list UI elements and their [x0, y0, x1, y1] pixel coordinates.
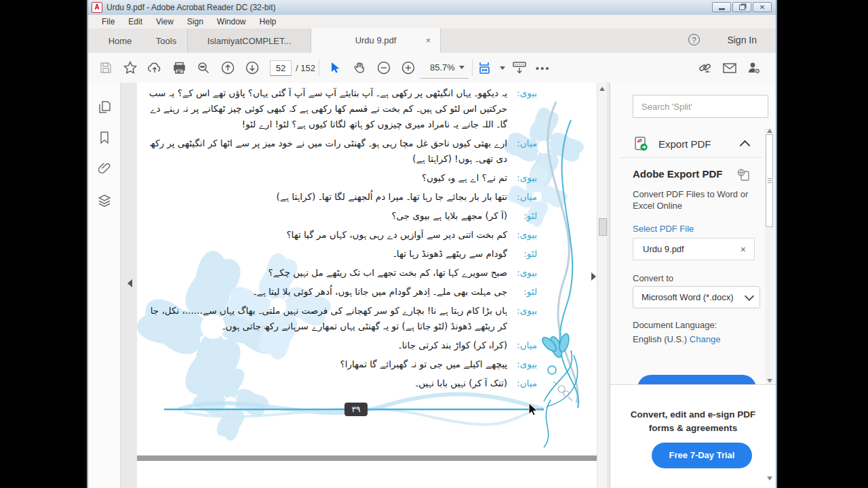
adobe-export-pdf-title: Adobe Export PDF	[633, 168, 723, 180]
adobe-export-subtitle: Convert PDF Files to Word or Excel Onlin…	[633, 188, 762, 211]
speaker-label: میاں:	[507, 189, 537, 205]
toolbar-overflow-icon[interactable]: •••	[532, 62, 555, 74]
panel-scroll-bottom-icon[interactable]	[767, 476, 772, 481]
restore-button[interactable]	[732, 2, 751, 12]
document-language-value: English (U.S.)	[633, 334, 687, 344]
toolbar-collapse-icon[interactable]	[507, 57, 532, 79]
next-page-icon[interactable]	[240, 57, 264, 79]
convert-format-dropdown[interactable]: Microsoft Word (*.docx)	[633, 286, 760, 308]
fit-width-icon[interactable]	[476, 57, 507, 79]
zoom-level-value: 85.7%	[430, 62, 455, 73]
page-number-input[interactable]	[270, 60, 292, 76]
help-icon[interactable]: ?	[688, 34, 700, 45]
free-trial-button[interactable]: Free 7-Day Trial	[652, 443, 752, 468]
share-cloud-icon[interactable]	[142, 57, 167, 79]
add-user-icon[interactable]	[742, 57, 766, 79]
layers-icon[interactable]	[97, 193, 112, 208]
email-icon[interactable]	[717, 57, 742, 79]
bookmarks-icon[interactable]	[97, 130, 112, 145]
menu-view[interactable]: View	[149, 16, 180, 28]
tab-bar: Home Tools IslamiyatCOMPLET... Urdu 9.pd…	[88, 28, 776, 54]
menu-window[interactable]: Window	[210, 16, 253, 28]
zoom-level-dropdown[interactable]: 85.7%	[420, 58, 469, 79]
tab-home[interactable]: Home	[99, 28, 141, 53]
dialogue-row: میاں:(تنک آ کر) نہیں بابا نہیں۔	[146, 375, 537, 391]
page-thumbnails-icon[interactable]	[97, 100, 112, 115]
export-pdf-header[interactable]: Export PDF	[633, 131, 749, 157]
dialogue-text: (تنک آ کر) نہیں بابا نہیں۔	[146, 375, 507, 391]
document-scrollbar[interactable]	[597, 83, 607, 488]
change-language-link[interactable]: Change	[690, 334, 721, 344]
zoom-in-icon[interactable]	[396, 57, 420, 79]
tab-close-icon[interactable]: ×	[426, 36, 431, 45]
content-area: بیوی:یہ دیکھو۔ یہاں انگیٹھی پر رکھی ہے۔ …	[88, 83, 776, 488]
dialogue-text: پیچھے اکیلے میں جی تو نہ گھبرائے گا تمھا…	[146, 357, 507, 372]
speaker-label: بیوی:	[507, 303, 537, 334]
export-service-icon	[736, 168, 751, 182]
next-page-arrow-icon[interactable]	[591, 272, 596, 281]
menu-sign[interactable]: Sign	[180, 16, 210, 28]
search-input[interactable]	[633, 95, 768, 118]
chevron-up-icon[interactable]	[740, 140, 751, 150]
save-icon[interactable]	[94, 57, 118, 79]
panel-scroll-up-icon[interactable]	[767, 129, 772, 133]
dialogue-text: صبح سویرے کہا تھا، کم بخت تجھے اب تک ریٹ…	[146, 265, 507, 281]
title-bar: A Urdu 9.pdf - Adobe Acrobat Reader DC (…	[88, 0, 776, 16]
menu-file[interactable]: File	[95, 16, 121, 28]
chevron-down-icon	[459, 66, 465, 69]
dialogue-row: لٹو:جی مہلت بھی ملے۔ اِدھر گودام میں جات…	[146, 284, 537, 300]
previous-page-icon[interactable]	[216, 57, 240, 79]
minimize-button[interactable]	[712, 2, 731, 12]
convert-to-label: Convert to	[633, 273, 673, 283]
menu-edit[interactable]: Edit	[121, 16, 149, 28]
menu-help[interactable]: Help	[253, 16, 283, 28]
tab-document-islamiyat[interactable]: IslamiyatCOMPLET...	[187, 28, 311, 53]
dialogue-text: ارے بھئی کیوں ناحق غل مچا رہی ہو۔ گھنٹی …	[146, 136, 507, 167]
panel-divider	[620, 157, 762, 158]
promo-text: Convert, edit and e-sign PDF forms & agr…	[610, 408, 776, 435]
panel-scroll-thumb[interactable]	[766, 134, 773, 227]
attachments-icon[interactable]	[97, 161, 112, 176]
close-button[interactable]: ✕	[753, 2, 772, 12]
previous-page-arrow-icon[interactable]	[127, 279, 132, 287]
dialogue-text: تم نے؟ اے ہے وہ کیوں؟	[146, 170, 507, 186]
sign-in-button[interactable]: Sign In	[727, 35, 757, 45]
speaker-label: لٹو:	[507, 208, 537, 224]
select-pdf-file-link[interactable]: Select PDF File	[633, 224, 694, 234]
remove-file-icon[interactable]: ×	[741, 244, 746, 255]
pdf-page: بیوی:یہ دیکھو۔ یہاں انگیٹھی پر رکھی ہے۔ …	[137, 83, 601, 455]
dialogue-row: بیوی:یہ دیکھو۔ یہاں انگیٹھی پر رکھی ہے۔ …	[146, 85, 537, 132]
print-icon[interactable]	[167, 57, 191, 79]
tab-tools[interactable]: Tools	[145, 28, 187, 53]
select-tool-icon[interactable]	[323, 57, 347, 79]
adobe-acrobat-icon: A	[92, 2, 102, 13]
scroll-up-icon[interactable]	[599, 87, 605, 91]
selected-file-box: Urdu 9.pdf ×	[633, 238, 755, 260]
dialogue-text: نتھا بار بار بجائے جا رہا تھا۔ میرا دم ا…	[146, 189, 507, 205]
dialogue-row: بیوی:ہاں بڑا کام رہتا ہے نا! بچارے کو سر…	[146, 303, 537, 334]
document-scroll-thumb[interactable]	[599, 218, 607, 236]
page-separator	[137, 455, 601, 461]
search-icon[interactable]	[191, 57, 216, 79]
star-icon[interactable]	[118, 57, 142, 79]
export-pdf-label: Export PDF	[658, 138, 711, 150]
dialogue-text: ہاں بڑا کام رہتا ہے نا! بچارے کو سر کھجا…	[146, 303, 507, 334]
tab-document-urdu[interactable]: Urdu 9.pdf ×	[311, 28, 441, 53]
hand-tool-icon[interactable]	[347, 57, 372, 79]
share-link-icon[interactable]	[693, 57, 717, 79]
speaker-label: میاں:	[507, 375, 537, 391]
dialogue-row: میاں:نتھا بار بار بجائے جا رہا تھا۔ میرا…	[146, 189, 537, 205]
dialogue-row: میاں:ارے بھئی کیوں ناحق غل مچا رہی ہو۔ گ…	[146, 136, 537, 167]
document-viewport[interactable]: بیوی:یہ دیکھو۔ یہاں انگیٹھی پر رکھی ہے۔ …	[121, 83, 610, 488]
dialogue-row: لٹو:گودام سے ریٹھے ڈھونڈ رہا تھا۔	[146, 246, 537, 262]
promo-panel: Convert, edit and e-sign PDF forms & agr…	[610, 384, 776, 488]
dialogue-text: (آ کر) مجھے بلایا ہے بیوی جی؟	[146, 208, 507, 224]
menu-bar: File Edit View Sign Window Help	[88, 15, 776, 29]
panel-scroll-down-icon[interactable]	[767, 379, 772, 383]
dialogue-row: بیوی:کم بخت اتنی دیر سے آوازیں دے رہی ہو…	[146, 227, 537, 243]
panel-scrollbar[interactable]	[765, 127, 774, 384]
speaker-label: بیوی:	[507, 357, 537, 372]
page-number-badge: ۳۹	[344, 403, 368, 416]
chevron-down-icon	[745, 291, 754, 300]
zoom-out-icon[interactable]	[372, 57, 396, 79]
